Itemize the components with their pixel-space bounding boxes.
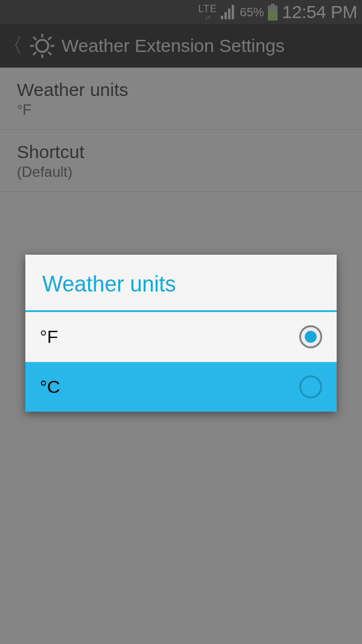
dialog-title: Weather units: [25, 255, 337, 312]
radio-icon: [299, 325, 322, 348]
weather-units-dialog: Weather units °F °C: [25, 255, 337, 412]
option-label: °F: [40, 327, 58, 347]
option-celsius[interactable]: °C: [25, 362, 337, 412]
option-label: °C: [40, 377, 60, 397]
option-fahrenheit[interactable]: °F: [25, 312, 337, 362]
radio-icon: [299, 375, 322, 398]
